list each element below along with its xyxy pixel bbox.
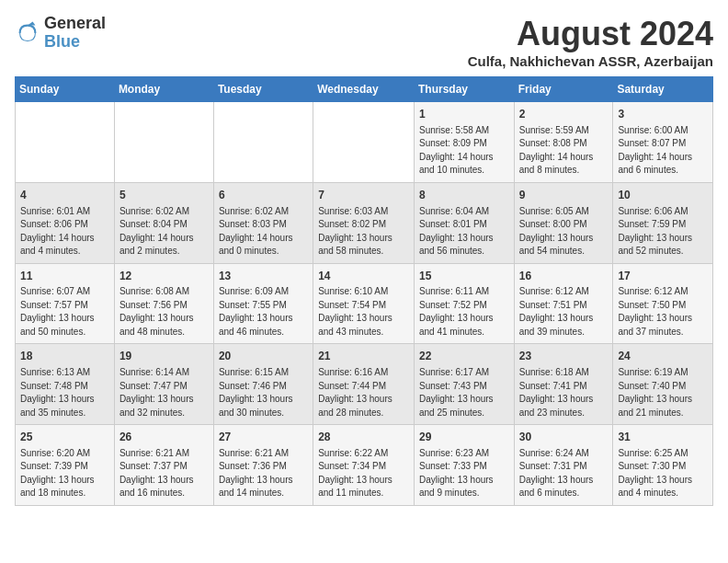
header-saturday: Saturday (613, 77, 713, 102)
calendar-cell: 9Sunrise: 6:05 AM Sunset: 8:00 PM Daylig… (514, 182, 613, 263)
day-number: 18 (20, 349, 109, 364)
cell-content: Sunrise: 6:06 AM Sunset: 7:59 PM Dayligh… (618, 205, 708, 259)
cell-content: Sunrise: 6:05 AM Sunset: 8:00 PM Dayligh… (519, 205, 609, 259)
cell-content: Sunrise: 6:25 AM Sunset: 7:30 PM Dayligh… (618, 447, 708, 500)
header-monday: Monday (114, 77, 213, 102)
cell-content: Sunrise: 6:10 AM Sunset: 7:54 PM Dayligh… (318, 285, 409, 339)
cell-content: Sunrise: 6:22 AM Sunset: 7:34 PM Dayligh… (318, 447, 409, 500)
calendar-cell (114, 102, 213, 183)
cell-content: Sunrise: 6:21 AM Sunset: 7:37 PM Dayligh… (119, 447, 209, 500)
calendar-cell: 1Sunrise: 5:58 AM Sunset: 8:09 PM Daylig… (414, 102, 514, 183)
cell-content: Sunrise: 6:13 AM Sunset: 7:48 PM Dayligh… (20, 366, 109, 419)
month-title: August 2024 (468, 15, 713, 53)
calendar-cell: 19Sunrise: 6:14 AM Sunset: 7:47 PM Dayli… (114, 344, 213, 425)
cell-content: Sunrise: 6:02 AM Sunset: 8:04 PM Dayligh… (119, 205, 209, 259)
calendar-cell: 8Sunrise: 6:04 AM Sunset: 8:01 PM Daylig… (414, 182, 514, 263)
calendar-cell: 3Sunrise: 6:00 AM Sunset: 8:07 PM Daylig… (613, 102, 713, 183)
day-number: 5 (119, 188, 209, 203)
calendar-cell: 24Sunrise: 6:19 AM Sunset: 7:40 PM Dayli… (613, 344, 713, 425)
calendar-cell: 21Sunrise: 6:16 AM Sunset: 7:44 PM Dayli… (313, 344, 415, 425)
cell-content: Sunrise: 6:19 AM Sunset: 7:40 PM Dayligh… (618, 366, 708, 419)
calendar-cell (16, 102, 115, 183)
title-block: August 2024 Culfa, Nakhichevan ASSR, Aze… (468, 15, 713, 69)
calendar-cell: 6Sunrise: 6:02 AM Sunset: 8:03 PM Daylig… (213, 182, 313, 263)
day-number: 28 (318, 430, 409, 445)
week-row-5: 25Sunrise: 6:20 AM Sunset: 7:39 PM Dayli… (16, 425, 713, 506)
calendar-cell: 13Sunrise: 6:09 AM Sunset: 7:55 PM Dayli… (213, 263, 313, 344)
day-number: 4 (20, 188, 109, 203)
week-row-3: 11Sunrise: 6:07 AM Sunset: 7:57 PM Dayli… (16, 263, 713, 344)
day-number: 9 (519, 188, 609, 203)
day-number: 12 (119, 269, 209, 284)
day-number: 8 (419, 188, 509, 203)
header-row: SundayMondayTuesdayWednesdayThursdayFrid… (16, 77, 713, 102)
calendar-cell (213, 102, 313, 183)
day-number: 29 (419, 430, 509, 445)
day-number: 15 (419, 269, 509, 284)
cell-content: Sunrise: 6:02 AM Sunset: 8:03 PM Dayligh… (219, 205, 308, 259)
cell-content: Sunrise: 5:59 AM Sunset: 8:08 PM Dayligh… (519, 124, 609, 178)
day-number: 1 (419, 107, 509, 122)
page-header: GeneralBlue August 2024 Culfa, Nakhichev… (15, 15, 713, 69)
day-number: 10 (618, 188, 708, 203)
calendar-cell: 31Sunrise: 6:25 AM Sunset: 7:30 PM Dayli… (613, 425, 713, 506)
cell-content: Sunrise: 6:09 AM Sunset: 7:55 PM Dayligh… (219, 285, 308, 339)
calendar-cell: 23Sunrise: 6:18 AM Sunset: 7:41 PM Dayli… (514, 344, 613, 425)
day-number: 22 (419, 349, 509, 364)
calendar-cell: 29Sunrise: 6:23 AM Sunset: 7:33 PM Dayli… (414, 425, 514, 506)
calendar-cell: 12Sunrise: 6:08 AM Sunset: 7:56 PM Dayli… (114, 263, 213, 344)
header-sunday: Sunday (16, 77, 115, 102)
day-number: 23 (519, 349, 609, 364)
cell-content: Sunrise: 6:16 AM Sunset: 7:44 PM Dayligh… (318, 366, 409, 419)
calendar-cell: 26Sunrise: 6:21 AM Sunset: 7:37 PM Dayli… (114, 425, 213, 506)
day-number: 24 (618, 349, 708, 364)
cell-content: Sunrise: 6:12 AM Sunset: 7:50 PM Dayligh… (618, 285, 708, 339)
day-number: 7 (318, 188, 409, 203)
calendar-table: SundayMondayTuesdayWednesdayThursdayFrid… (15, 76, 713, 506)
day-number: 2 (519, 107, 609, 122)
day-number: 13 (219, 269, 308, 284)
week-row-4: 18Sunrise: 6:13 AM Sunset: 7:48 PM Dayli… (16, 344, 713, 425)
calendar-cell: 4Sunrise: 6:01 AM Sunset: 8:06 PM Daylig… (16, 182, 115, 263)
calendar-cell: 7Sunrise: 6:03 AM Sunset: 8:02 PM Daylig… (313, 182, 415, 263)
day-number: 27 (219, 430, 308, 445)
cell-content: Sunrise: 6:24 AM Sunset: 7:31 PM Dayligh… (519, 447, 609, 500)
day-number: 6 (219, 188, 308, 203)
calendar-cell: 2Sunrise: 5:59 AM Sunset: 8:08 PM Daylig… (514, 102, 613, 183)
day-number: 30 (519, 430, 609, 445)
day-number: 31 (618, 430, 708, 445)
cell-content: Sunrise: 6:07 AM Sunset: 7:57 PM Dayligh… (20, 285, 109, 339)
header-wednesday: Wednesday (313, 77, 415, 102)
week-row-1: 1Sunrise: 5:58 AM Sunset: 8:09 PM Daylig… (16, 102, 713, 183)
header-friday: Friday (514, 77, 613, 102)
logo-icon (15, 20, 40, 46)
calendar-cell: 17Sunrise: 6:12 AM Sunset: 7:50 PM Dayli… (613, 263, 713, 344)
calendar-cell: 30Sunrise: 6:24 AM Sunset: 7:31 PM Dayli… (514, 425, 613, 506)
calendar-cell: 22Sunrise: 6:17 AM Sunset: 7:43 PM Dayli… (414, 344, 514, 425)
cell-content: Sunrise: 6:21 AM Sunset: 7:36 PM Dayligh… (219, 447, 308, 500)
cell-content: Sunrise: 6:15 AM Sunset: 7:46 PM Dayligh… (219, 366, 308, 419)
calendar-cell: 20Sunrise: 6:15 AM Sunset: 7:46 PM Dayli… (213, 344, 313, 425)
header-tuesday: Tuesday (213, 77, 313, 102)
cell-content: Sunrise: 6:08 AM Sunset: 7:56 PM Dayligh… (119, 285, 209, 339)
cell-content: Sunrise: 6:12 AM Sunset: 7:51 PM Dayligh… (519, 285, 609, 339)
week-row-2: 4Sunrise: 6:01 AM Sunset: 8:06 PM Daylig… (16, 182, 713, 263)
cell-content: Sunrise: 6:17 AM Sunset: 7:43 PM Dayligh… (419, 366, 509, 419)
calendar-cell: 14Sunrise: 6:10 AM Sunset: 7:54 PM Dayli… (313, 263, 415, 344)
cell-content: Sunrise: 6:04 AM Sunset: 8:01 PM Dayligh… (419, 205, 509, 259)
logo-text: GeneralBlue (44, 15, 106, 52)
calendar-cell: 16Sunrise: 6:12 AM Sunset: 7:51 PM Dayli… (514, 263, 613, 344)
day-number: 14 (318, 269, 409, 284)
day-number: 11 (20, 269, 109, 284)
day-number: 3 (618, 107, 708, 122)
calendar-cell: 27Sunrise: 6:21 AM Sunset: 7:36 PM Dayli… (213, 425, 313, 506)
calendar-cell: 15Sunrise: 6:11 AM Sunset: 7:52 PM Dayli… (414, 263, 514, 344)
day-number: 19 (119, 349, 209, 364)
cell-content: Sunrise: 6:23 AM Sunset: 7:33 PM Dayligh… (419, 447, 509, 500)
cell-content: Sunrise: 6:14 AM Sunset: 7:47 PM Dayligh… (119, 366, 209, 419)
cell-content: Sunrise: 6:18 AM Sunset: 7:41 PM Dayligh… (519, 366, 609, 419)
cell-content: Sunrise: 6:03 AM Sunset: 8:02 PM Dayligh… (318, 205, 409, 259)
calendar-cell: 10Sunrise: 6:06 AM Sunset: 7:59 PM Dayli… (613, 182, 713, 263)
day-number: 21 (318, 349, 409, 364)
day-number: 20 (219, 349, 308, 364)
